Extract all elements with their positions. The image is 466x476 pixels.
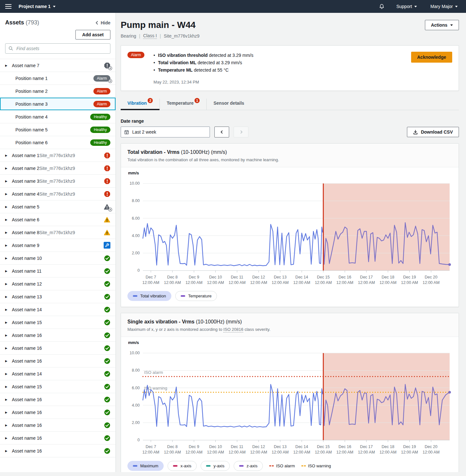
asset-row[interactable]: ▶Asset name 16 [0, 393, 116, 406]
asset-row[interactable]: ▶Asset name 15 [0, 316, 116, 329]
svg-text:Dec 7: Dec 7 [146, 445, 156, 449]
asset-row[interactable]: ▶Asset name 15 [0, 380, 116, 393]
expand-caret-icon[interactable]: ▶ [5, 385, 9, 388]
hide-sidebar-button[interactable]: Hide [95, 20, 110, 25]
expand-caret-icon[interactable]: ▶ [5, 257, 9, 260]
vibration-alert-count-badge: 2 [148, 98, 153, 103]
asset-row[interactable]: ▶Asset name 16 [0, 355, 116, 367]
alarm-icon [104, 165, 110, 172]
asset-site: Site_m776v1khz9 [39, 191, 75, 197]
expand-caret-icon[interactable]: ▶ [5, 411, 9, 414]
legend-pill-maximum[interactable]: Maximum [127, 461, 164, 471]
user-menu[interactable]: Mary Major [428, 4, 460, 9]
asset-row[interactable]: ▶Asset name 2Site_m776v1khz9 [0, 162, 116, 175]
asset-row[interactable]: ▶Asset name 16 [0, 419, 116, 432]
alarm-icon [104, 191, 110, 197]
expand-caret-icon[interactable]: ▶ [5, 167, 9, 170]
date-range-select[interactable]: Last 2 week [121, 127, 210, 137]
position-row[interactable]: Position name 6Healthy [0, 136, 116, 149]
svg-text:Dec 8: Dec 8 [167, 275, 178, 279]
previous-period-button[interactable] [214, 127, 229, 137]
iso-20816-link[interactable]: ISO 20816 [223, 327, 243, 332]
legend-pill-y-axis[interactable]: y-axis [201, 461, 230, 471]
expand-caret-icon[interactable]: ▶ [5, 295, 9, 298]
svg-text:4.00: 4.00 [132, 234, 140, 238]
expand-caret-icon[interactable]: ▶ [5, 205, 9, 208]
asset-row[interactable]: ▶Asset name 11 [0, 265, 116, 278]
legend-pill-temperature[interactable]: Temperature [175, 291, 217, 301]
asset-name: Asset name 8 [12, 230, 39, 235]
search-input[interactable] [5, 43, 110, 54]
tab-sensor-details[interactable]: Sensor details [206, 99, 251, 110]
series-swatch [239, 465, 244, 467]
svg-text:12:00 AM: 12:00 AM [315, 280, 332, 285]
asset-row[interactable]: ▶Asset name 8Site_m776v1khz9 [0, 226, 116, 239]
svg-text:Dec 9: Dec 9 [189, 275, 199, 279]
expand-caret-icon[interactable]: ▶ [5, 359, 9, 363]
expand-caret-icon[interactable]: ▶ [5, 449, 9, 453]
expand-caret-icon[interactable]: ▶ [5, 192, 9, 196]
svg-text:12:00 AM: 12:00 AM [229, 280, 246, 285]
next-period-button[interactable] [234, 127, 248, 137]
healthy-check-icon [104, 383, 110, 390]
breadcrumb-item: Bearing [121, 33, 136, 39]
legend-pill-total-vibration[interactable]: Total vibration [127, 291, 171, 301]
legend-pill-x-axis[interactable]: x-axis [168, 461, 197, 471]
project-selector[interactable]: Project name 1 [17, 4, 57, 9]
asset-row[interactable]: ▶Asset name 3Site_m776v1khz9 [0, 175, 116, 188]
expand-caret-icon[interactable]: ▶ [5, 372, 9, 375]
asset-row[interactable]: ▶Asset name 10 [0, 252, 116, 265]
asset-row[interactable]: ▶Asset name 7 [0, 59, 116, 72]
asset-row[interactable]: ▶Asset name 12 [0, 278, 116, 290]
expand-caret-icon[interactable]: ▶ [5, 218, 9, 221]
position-row[interactable]: Position name 4Healthy [0, 110, 116, 123]
svg-text:0: 0 [137, 268, 140, 273]
legend-pill-z-axis[interactable]: z-axis [234, 461, 263, 471]
asset-row[interactable]: ▶Asset name 14 [0, 303, 116, 316]
add-asset-button[interactable]: Add asset [75, 30, 110, 40]
asset-row[interactable]: ▶Asset name 6 [0, 213, 116, 226]
expand-caret-icon[interactable]: ▶ [5, 308, 9, 311]
acknowledge-button[interactable]: Acknowledge [411, 52, 452, 63]
notifications-bell-icon[interactable] [379, 4, 385, 10]
position-row[interactable]: Position name 5Healthy [0, 123, 116, 136]
asset-row[interactable]: ▶Asset name 16 [0, 329, 116, 342]
asset-row[interactable]: ▶Asset name 13 [0, 290, 116, 303]
asset-row[interactable]: ▶Asset name 1Site_m776v1khz9 [0, 149, 116, 162]
expand-caret-icon[interactable]: ▶ [5, 269, 9, 273]
expand-caret-icon[interactable]: ▶ [5, 347, 9, 350]
expand-caret-icon[interactable]: ▶ [5, 180, 9, 183]
alarm-item: •Temperature ML detected at 55 °C [153, 66, 402, 74]
hamburger-menu-icon[interactable] [5, 4, 12, 9]
position-row[interactable]: Position name 3Alarm [0, 98, 116, 110]
asset-row[interactable]: ▶Asset name 9 [0, 239, 116, 252]
expand-caret-icon[interactable]: ▶ [5, 398, 9, 401]
breadcrumb-item-class[interactable]: Class I [143, 33, 157, 39]
expand-caret-icon[interactable]: ▶ [5, 424, 9, 427]
asset-row[interactable]: ▶Asset name 14 [0, 367, 116, 380]
expand-caret-icon[interactable]: ▶ [5, 244, 9, 247]
asset-row[interactable]: ▶Asset name 16 [0, 342, 116, 355]
svg-text:2.00: 2.00 [132, 421, 140, 425]
expand-caret-icon[interactable]: ▶ [5, 321, 9, 324]
position-row[interactable]: Position name 2Alarm [0, 85, 116, 98]
tab-vibration[interactable]: Vibration2 [121, 99, 160, 110]
expand-caret-icon[interactable]: ▶ [5, 436, 9, 440]
support-menu[interactable]: Support [394, 4, 419, 9]
project-name: Project name 1 [19, 4, 51, 9]
expand-caret-icon[interactable]: ▶ [5, 282, 9, 286]
expand-caret-icon[interactable]: ▶ [5, 334, 9, 337]
actions-button[interactable]: Actions [425, 20, 459, 30]
download-csv-button[interactable]: Download CSV [407, 127, 459, 137]
position-name: Position name 6 [15, 140, 90, 145]
asset-row[interactable]: ▶Asset name 5 [0, 200, 116, 213]
asset-row[interactable]: ▶Asset name 16 [0, 406, 116, 419]
expand-caret-icon[interactable]: ▶ [5, 231, 9, 234]
asset-row[interactable]: ▶Asset name 16 [0, 445, 116, 457]
expand-caret-icon[interactable]: ▶ [5, 154, 9, 157]
tab-temperature[interactable]: Temperature1 [160, 99, 206, 110]
asset-row[interactable]: ▶Asset name 4Site_m776v1khz9 [0, 188, 116, 200]
asset-row[interactable]: ▶Asset name 16 [0, 432, 116, 445]
position-row[interactable]: Position name 1Alarm [0, 72, 116, 85]
expand-caret-icon[interactable]: ▶ [5, 64, 9, 67]
